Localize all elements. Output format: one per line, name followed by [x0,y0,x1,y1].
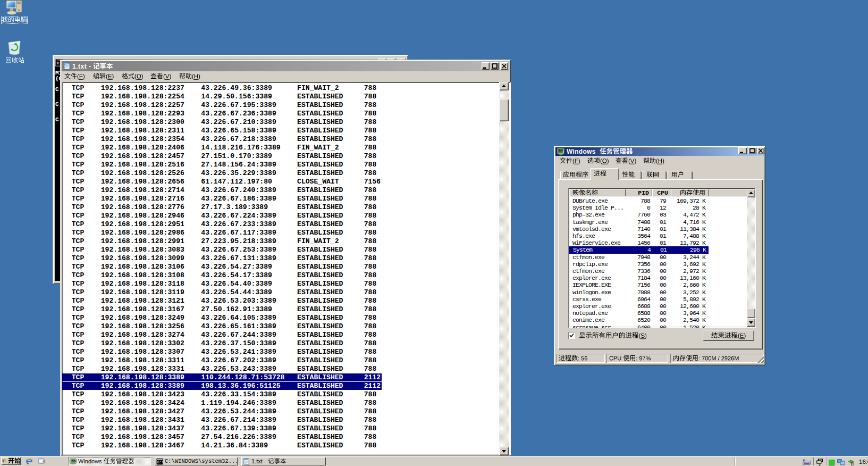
svg-text:C:\: C:\ [157,460,163,464]
